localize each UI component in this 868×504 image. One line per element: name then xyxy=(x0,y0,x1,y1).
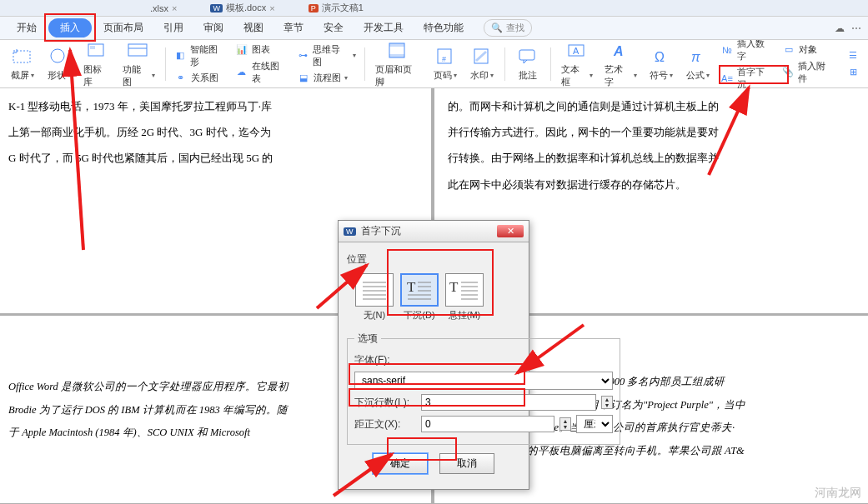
ppt-icon: P xyxy=(309,4,319,12)
mindmap-icon: ⊶ xyxy=(297,49,310,62)
svg-text:A: A xyxy=(573,46,580,56)
ribbon-formula[interactable]: π公式▾ xyxy=(680,44,715,83)
dropcap-icon: A≡ xyxy=(720,72,734,85)
font-label: 字体(F): xyxy=(354,353,416,367)
more-icon[interactable]: ⋯ xyxy=(851,22,861,34)
ribbon: 截屏▾ 形状▾ 图标库 功能图▾ ◧智能图形 ⚭关系图 📊图表 ☁在线图表 ⊶思… xyxy=(0,40,868,88)
lines-input[interactable] xyxy=(421,394,596,411)
distance-label: 距正文(X): xyxy=(354,417,416,432)
pos-option-none[interactable]: 无(N) xyxy=(355,273,394,322)
menu-bar: 开始 插入 页面布局 引用 审阅 视图 章节 安全 开发工具 特色功能 🔍查找 … xyxy=(0,17,868,40)
file-tab-xlsx[interactable]: .xlsx× xyxy=(150,3,177,13)
close-icon[interactable]: × xyxy=(172,3,177,13)
screenshot-icon xyxy=(11,46,34,67)
header-footer-icon xyxy=(386,40,409,62)
func-icon xyxy=(127,40,150,62)
menu-reference[interactable]: 引用 xyxy=(155,17,192,38)
doc-line: 上第一部商业化手机。历经 2G 时代、3G 时代，迄今为 xyxy=(8,119,423,145)
ribbon-attachment[interactable]: 📎插入附件 xyxy=(779,59,839,86)
ribbon-comment[interactable]: 批注 xyxy=(510,44,545,83)
sync-icon[interactable]: ☁ xyxy=(835,22,845,34)
pos-label: 下沉(D) xyxy=(404,309,434,322)
lines-label: 下沉行数(L): xyxy=(354,396,416,410)
svg-text:T: T xyxy=(407,279,416,295)
ribbon-more1[interactable]: ☰ xyxy=(843,48,863,63)
font-select[interactable]: sans-serif xyxy=(354,372,613,390)
unit-select[interactable]: 厘米 xyxy=(576,415,613,433)
doc-line: G 时代了，而 5G 时代也紧随其后，国内已经出现 5G 的 xyxy=(8,145,423,171)
search-box[interactable]: 🔍查找 xyxy=(484,19,532,37)
file-tab-ppt[interactable]: P演示文稿1 xyxy=(309,2,364,14)
menu-insert[interactable]: 插入 xyxy=(48,18,92,37)
distance-spinner[interactable]: ▲▼ xyxy=(559,417,571,431)
ribbon-flowchart[interactable]: ⬓流程图▾ xyxy=(294,71,359,86)
svg-text:T: T xyxy=(449,279,459,295)
object-icon: ▭ xyxy=(782,43,795,57)
menu-chapter[interactable]: 章节 xyxy=(275,17,312,38)
ribbon-screenshot[interactable]: 截屏▾ xyxy=(5,44,40,83)
watermark: 河南龙网 xyxy=(815,486,861,501)
cancel-button[interactable]: 取消 xyxy=(439,453,494,474)
svg-text:Ω: Ω xyxy=(655,50,665,64)
dialog-title: 首字下沉 xyxy=(361,224,401,238)
pos-option-margin[interactable]: T 悬挂(M) xyxy=(445,273,484,322)
menu-view[interactable]: 视图 xyxy=(235,17,272,38)
ribbon-dropcap[interactable]: A≡首字下沉 xyxy=(717,65,777,92)
search-icon: 🔍 xyxy=(491,22,503,33)
svg-point-1 xyxy=(51,49,64,62)
file-tab-docx[interactable]: W模板.docx× xyxy=(210,2,274,14)
comment-icon xyxy=(516,46,539,67)
menu-review[interactable]: 审阅 xyxy=(195,17,232,38)
formula-icon: π xyxy=(686,46,710,67)
ribbon-page-num[interactable]: #页码▾ xyxy=(428,44,463,83)
ribbon-watermark[interactable]: 水印▾ xyxy=(464,44,499,83)
ribbon-insert-num[interactable]: №插入数字 xyxy=(717,37,777,63)
menu-special[interactable]: 特色功能 xyxy=(415,17,472,38)
more-icon: ☰ xyxy=(846,49,860,62)
ribbon-more2[interactable]: ⊞ xyxy=(843,65,863,80)
ribbon-smartart[interactable]: ◧智能图形 xyxy=(171,42,231,69)
ribbon-mindmap[interactable]: ⊶思维导图▾ xyxy=(294,42,359,69)
pos-label: 无(N) xyxy=(364,309,385,322)
doc-line: 行转换。由于网络上的数据率和计算机总线上的数据率并 xyxy=(448,145,860,171)
dropcap-dialog: W 首字下沉 ✕ 位置 无(N) T 下沉(D) T 悬挂(M) 选项 字体(F… xyxy=(338,220,529,490)
distance-input[interactable] xyxy=(421,416,554,432)
menu-page-layout[interactable]: 页面布局 xyxy=(95,17,152,38)
ribbon-textbox[interactable]: A文本框▾ xyxy=(556,38,599,90)
word-icon: W xyxy=(344,227,356,236)
smartart-icon: ◧ xyxy=(174,49,188,62)
doc-line: 的。而网卡和计算机之间的通信则是通过计算机主板上的 xyxy=(448,93,860,119)
menu-dev[interactable]: 开发工具 xyxy=(355,17,412,38)
gallery-icon xyxy=(85,40,108,62)
close-button[interactable]: ✕ xyxy=(497,225,524,237)
ribbon-header-footer[interactable]: 页眉和页脚 xyxy=(370,38,426,90)
svg-text:π: π xyxy=(691,50,700,64)
ribbon-func[interactable]: 功能图▾ xyxy=(118,38,160,90)
word-icon: W xyxy=(210,4,223,12)
svg-rect-4 xyxy=(128,44,147,56)
ribbon-gallery[interactable]: 图标库 xyxy=(78,38,116,90)
dialog-title-bar[interactable]: W 首字下沉 ✕ xyxy=(339,221,529,242)
ok-button[interactable]: 确定 xyxy=(373,453,428,474)
ribbon-shape[interactable]: 形状▾ xyxy=(42,44,77,83)
ribbon-relation[interactable]: ⚭关系图 xyxy=(171,71,231,86)
close-icon[interactable]: × xyxy=(269,3,274,13)
position-label: 位置 xyxy=(347,252,520,267)
symbol-icon: Ω xyxy=(650,46,673,67)
ribbon-wordart[interactable]: A艺术字▾ xyxy=(600,38,642,90)
menu-start[interactable]: 开始 xyxy=(8,17,45,38)
ribbon-online-chart[interactable]: ☁在线图表 xyxy=(232,59,292,86)
menu-right: ☁ ⋯ xyxy=(835,22,861,34)
ribbon-chart[interactable]: 📊图表 xyxy=(232,42,292,57)
ribbon-symbol[interactable]: Ω符号▾ xyxy=(644,44,679,83)
shape-icon xyxy=(48,46,71,67)
menu-security[interactable]: 安全 xyxy=(315,17,352,38)
more-icon: ⊞ xyxy=(846,66,860,79)
chart-icon: 📊 xyxy=(235,43,248,57)
pos-option-dropped[interactable]: T 下沉(D) xyxy=(400,273,439,322)
lines-spinner[interactable]: ▲▼ xyxy=(601,396,613,409)
online-chart-icon: ☁ xyxy=(235,66,248,79)
ribbon-object[interactable]: ▭对象 xyxy=(779,42,839,57)
file-tab-bar: .xlsx× W模板.docx× P演示文稿1 xyxy=(0,0,868,17)
svg-text:A: A xyxy=(613,44,624,58)
